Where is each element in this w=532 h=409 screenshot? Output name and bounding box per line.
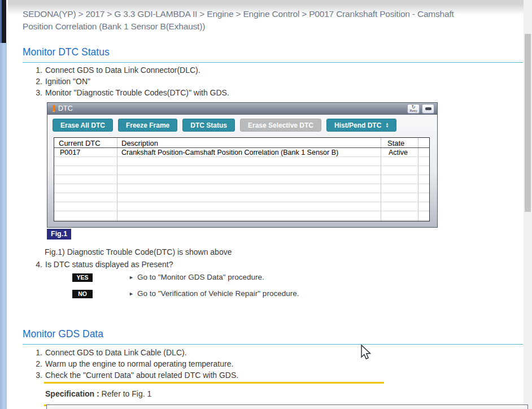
- column-header-description: Description: [121, 139, 158, 147]
- step-item: 1. Connect GDS to Data Link Connector(DL…: [32, 64, 229, 76]
- step-text: Connect GDS to Data Link Connector(DLC).: [45, 64, 200, 76]
- vertical-scrollbar-thumb[interactable]: [525, 34, 531, 212]
- step-item: 3. Monitor "Diagnostic Trouble Codes(DTC…: [32, 87, 229, 98]
- vertical-scrollbar-track[interactable]: [524, 0, 532, 409]
- button-label: Erase All DTC: [60, 121, 105, 129]
- minimize-button[interactable]: [422, 104, 434, 114]
- mouse-cursor: [360, 344, 371, 361]
- step-text: Is DTC status displayed as Present?: [45, 259, 173, 270]
- button-label: Freeze Frame: [126, 121, 169, 129]
- table-row-empty: [54, 184, 429, 193]
- yes-badge: YES: [72, 273, 93, 282]
- table-row-empty: [54, 193, 429, 202]
- dialog-title: DTC: [58, 105, 73, 112]
- step-number: 1.: [32, 64, 42, 76]
- cell-description: Crankshaft Position-Camshaft Position Co…: [121, 149, 338, 156]
- step-number: 2.: [32, 358, 42, 369]
- monitor-gds-steps: 1. Connect GDS to Data Link Cable (DLC).…: [32, 347, 238, 381]
- step-text: Monitor "Diagnostic Trouble Codes(DTC)" …: [45, 87, 229, 98]
- step-number: 4.: [32, 259, 42, 270]
- section-title-monitor-gds-data: Monitor GDS Data: [23, 328, 523, 345]
- erase-all-dtc-button[interactable]: Erase All DTC: [53, 119, 113, 132]
- table-row-empty: [54, 211, 429, 220]
- no-badge: NO: [72, 290, 93, 298]
- dialog-bullet-icon: [53, 105, 55, 112]
- retry-icon-label: Retry: [409, 109, 417, 112]
- erase-selective-dtc-button: Erase Selective DTC: [240, 119, 321, 132]
- decision-action: Go to "Verification of Vehicle Repair" p…: [137, 289, 299, 298]
- retry-icon: ↻: [412, 105, 416, 109]
- step-text: Check the "Current Data" about related D…: [45, 369, 238, 381]
- freeze-frame-button[interactable]: Freeze Frame: [118, 119, 177, 132]
- cell-state: Active: [389, 149, 408, 156]
- no-action-text: ►Go to "Verification of Vehicle Repair" …: [129, 289, 299, 298]
- figure-label-badge: Fig.1: [47, 229, 71, 240]
- dialog-titlebar-icons: ↻ Retry: [407, 104, 434, 114]
- table-row-empty: [54, 202, 429, 211]
- column-header-state: State: [387, 139, 404, 147]
- specification-label: Specification :: [45, 389, 99, 398]
- step-number: 2.: [32, 76, 42, 87]
- dialog-titlebar: DTC ↻ Retry: [47, 103, 437, 115]
- table-row-empty: [54, 166, 429, 175]
- step-item: 2. Warm up the engine to normal operatin…: [32, 358, 238, 369]
- yes-action-text: ►Go to "Monitor GDS Data" procedure.: [129, 273, 264, 281]
- table-row-empty: [54, 175, 429, 184]
- dialog-button-row: Erase All DTC Freeze Frame DTC Status Er…: [47, 115, 437, 132]
- step-item: 4. Is DTC status displayed as Present?: [32, 259, 173, 270]
- minimize-icon: [425, 107, 431, 110]
- table-row[interactable]: P0017 Crankshaft Position-Camshaft Posit…: [54, 148, 429, 157]
- spinner-arrows-icon[interactable]: ▲ ▼: [385, 123, 389, 128]
- section-title-monitor-dtc-status: Monitor DTC Status: [23, 46, 523, 63]
- table-row-empty: [54, 157, 429, 166]
- button-label: DTC Status: [190, 121, 227, 129]
- left-panel-edge-top: [0, 0, 6, 43]
- specification-value: Refer to Fig. 1: [102, 389, 152, 398]
- dtc-dialog-figure: DTC ↻ Retry Erase All DTC Freeze Frame D…: [47, 102, 438, 228]
- step-number: 1.: [32, 347, 42, 358]
- step-item: 1. Connect GDS to Data Link Cable (DLC).: [32, 347, 238, 358]
- next-figure-preview: [46, 404, 528, 409]
- step-number: 3.: [32, 369, 42, 381]
- left-panel-scrollbar[interactable]: [0, 43, 7, 409]
- decision-action: Go to "Monitor GDS Data" procedure.: [137, 273, 264, 281]
- arrow-bullet-icon: ►: [129, 291, 134, 297]
- cell-current-dtc: P0017: [60, 149, 80, 156]
- column-header-current-dtc: Current DTC: [59, 139, 101, 147]
- step-number: 3.: [32, 87, 42, 98]
- step-text: Connect GDS to Data Link Cable (DLC).: [45, 347, 187, 358]
- step-text: Ignition "ON": [45, 76, 90, 87]
- button-label: Hist/Pend DTC: [334, 121, 381, 129]
- step-item: 2. Ignition "ON": [32, 76, 229, 87]
- service-manual-page: SEDONA(YP) > 2017 > G 3.3 GDI-LAMBDA II …: [0, 0, 532, 409]
- breadcrumb[interactable]: SEDONA(YP) > 2017 > G 3.3 GDI-LAMBDA II …: [23, 8, 486, 32]
- button-label: Erase Selective DTC: [248, 121, 313, 129]
- spinner-down-icon: ▼: [385, 125, 389, 128]
- arrow-bullet-icon: ►: [129, 275, 134, 280]
- table-header-row: Current DTC Description State: [54, 138, 429, 148]
- dtc-status-button[interactable]: DTC Status: [182, 119, 235, 132]
- figure-caption: Fig.1) Diagnostic Trouble Code(DTC) is s…: [45, 247, 232, 256]
- retry-button[interactable]: ↻ Retry: [407, 104, 420, 114]
- step-item: 3. Check the "Current Data" about relate…: [32, 369, 238, 381]
- step-text: Warm up the engine to normal operating t…: [45, 358, 233, 369]
- hist-pend-dtc-button[interactable]: Hist/Pend DTC ▲ ▼: [326, 119, 396, 132]
- monitor-dtc-steps: 1. Connect GDS to Data Link Connector(DL…: [32, 64, 229, 98]
- specification-block: Specification : Refer to Fig. 1: [44, 382, 384, 406]
- dtc-table: Current DTC Description State P0017 Cran…: [54, 137, 430, 221]
